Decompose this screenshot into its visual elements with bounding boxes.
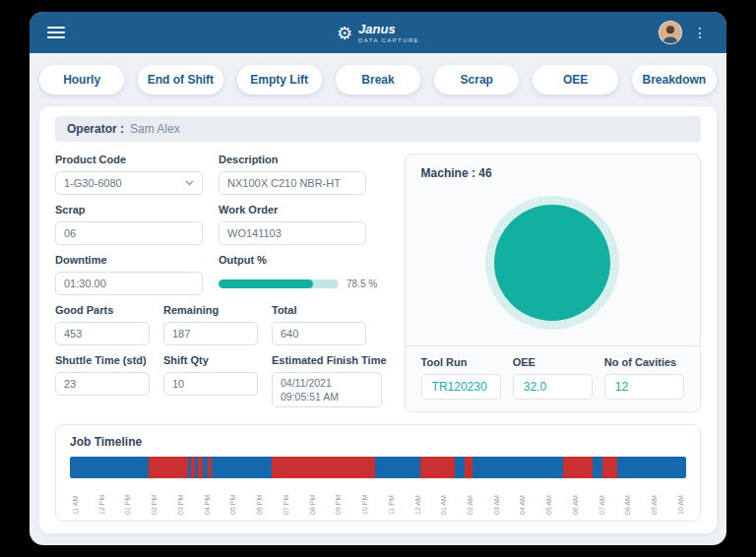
operator-bar: Operator : Sam Alex [55, 116, 701, 142]
user-avatar[interactable] [659, 21, 682, 44]
timeline-segment-down [149, 457, 188, 478]
hamburger-menu-icon[interactable] [47, 24, 65, 41]
timeline-segment-run [617, 457, 686, 478]
product-code-label: Product Code [55, 154, 203, 165]
timeline-tick-label: 01 AM [440, 482, 447, 515]
timeline-tick-label: 05 PM [229, 482, 236, 515]
nav-button-hourly[interactable]: Hourly [39, 65, 124, 94]
machine-stats-row: Tool Run TR120230 OEE 32.0 No of Cavitie… [406, 345, 700, 411]
nav-button-scrap[interactable]: Scrap [434, 65, 519, 94]
timeline-tick-label: 04 AM [519, 482, 526, 515]
tool-run-label: Tool Run [421, 356, 501, 368]
timeline-tick-label: 06 AM [572, 482, 579, 515]
machine-gauge-area [406, 180, 700, 345]
operator-label: Operator : [67, 122, 124, 136]
job-timeline-ticks: 11 AM12 PM01 PM02 PM03 PM04 PM05 PM06 PM… [70, 482, 686, 515]
good-parts-input[interactable] [55, 322, 150, 345]
cavities-value: 12 [604, 374, 684, 400]
machine-status-circle [494, 205, 610, 321]
app-header: ⚙ Janus Data Capture ⋮ [30, 12, 726, 53]
description-input[interactable] [219, 171, 366, 195]
timeline-segment-run [593, 457, 602, 478]
cavities-label: No of Cavities [604, 356, 684, 368]
description-label: Description [219, 154, 366, 165]
brand-logo: ⚙ Janus Data Capture [337, 23, 419, 43]
nav-button-break[interactable]: Break [336, 65, 420, 94]
downtime-input[interactable] [55, 272, 203, 295]
machine-title: Machine : 46 [406, 155, 700, 180]
job-timeline-title: Job Timeline [70, 435, 686, 449]
timeline-tick-label: 05 AM [545, 482, 552, 515]
timeline-segment-run [375, 457, 419, 478]
estimated-finish-date: 04/11/2021 [281, 377, 373, 389]
timeline-tick-label: 06 PM [256, 482, 263, 515]
output-percent-label: Output % [219, 254, 377, 266]
timeline-tick-label: 10 AM [677, 482, 684, 515]
nav-button-breakdown[interactable]: Breakdown [632, 65, 717, 94]
tool-run-stat: Tool Run TR120230 [421, 356, 501, 400]
work-order-label: Work Order [219, 204, 366, 216]
timeline-segment-run [455, 457, 465, 478]
product-code-select[interactable]: 1-G30-6080 [55, 171, 203, 195]
timeline-tick-label: 08 PM [309, 482, 316, 515]
nav-button-empty-lift[interactable]: Empty Lift [237, 65, 322, 94]
oee-stat: OEE 32.0 [513, 356, 593, 400]
job-timeline-bar [70, 457, 686, 478]
timeline-tick-label: 03 PM [177, 482, 184, 515]
timeline-tick-label: 11 AM [72, 482, 79, 515]
timeline-tick-label: 07 AM [598, 482, 605, 515]
scrap-input[interactable] [55, 221, 203, 245]
estimated-finish-time: 09:05:51 AM [281, 391, 373, 402]
remaining-label: Remaining [163, 304, 258, 316]
timeline-segment-down [272, 457, 375, 478]
downtime-label: Downtime [55, 254, 203, 266]
gear-icon: ⚙ [337, 24, 352, 41]
job-timeline-section: Job Timeline 11 AM12 PM01 PM02 PM03 PM04… [55, 424, 701, 522]
estimated-finish-label: Estimated Finish Time [272, 354, 387, 366]
timeline-segment-run [70, 457, 149, 478]
tool-run-value: TR120230 [421, 374, 501, 400]
content-area: Product Code 1-G30-6080 Description [55, 154, 701, 412]
total-label: Total [272, 304, 366, 316]
timeline-tick-label: 09 PM [335, 482, 342, 515]
timeline-segment-down [563, 457, 593, 478]
app-window: ⚙ Janus Data Capture ⋮ HourlyEnd of Shif… [30, 12, 726, 545]
oee-value: 32.0 [513, 374, 593, 400]
shuttle-time-input[interactable] [55, 372, 150, 396]
timeline-segment-run [212, 457, 272, 478]
timeline-tick-label: 02 AM [467, 482, 473, 515]
operator-name: Sam Alex [130, 122, 180, 136]
output-progress-fill [219, 279, 313, 288]
brand-name: Janus [358, 23, 419, 35]
total-input[interactable] [272, 322, 366, 345]
output-progress-bar [219, 279, 339, 288]
timeline-segment-run [472, 457, 563, 478]
shift-qty-input[interactable] [163, 372, 258, 396]
timeline-segment-down [420, 457, 455, 478]
timeline-tick-label: 04 PM [204, 482, 211, 515]
good-parts-label: Good Parts [55, 304, 150, 316]
scrap-label: Scrap [55, 204, 203, 216]
job-form: Product Code 1-G30-6080 Description [55, 154, 387, 412]
chevron-down-icon [185, 180, 194, 186]
avatar-photo-icon [660, 22, 681, 43]
oee-label: OEE [513, 356, 593, 368]
timeline-tick-label: 02 PM [151, 482, 158, 515]
timeline-tick-label: 03 AM [493, 482, 500, 515]
timeline-tick-label: 07 PM [283, 482, 289, 515]
product-code-value: 1-G30-6080 [64, 177, 122, 189]
timeline-tick-label: 12 AM [414, 482, 421, 515]
output-percent-value: 78.5 % [346, 278, 377, 289]
timeline-tick-label: 08 AM [624, 482, 631, 515]
nav-button-oee[interactable]: OEE [533, 65, 617, 94]
timeline-segment-down [465, 457, 472, 478]
brand-tagline: Data Capture [358, 37, 419, 43]
work-order-input[interactable] [219, 221, 366, 245]
timeline-tick-label: 01 PM [124, 482, 131, 515]
timeline-tick-label: 12 PM [98, 482, 105, 515]
timeline-tick-label: 09 AM [651, 482, 658, 515]
kebab-menu-icon[interactable]: ⋮ [691, 24, 709, 41]
nav-button-end-of-shift[interactable]: End of Shift [138, 65, 222, 94]
remaining-input[interactable] [163, 322, 258, 345]
cavities-stat: No of Cavities 12 [604, 356, 684, 400]
